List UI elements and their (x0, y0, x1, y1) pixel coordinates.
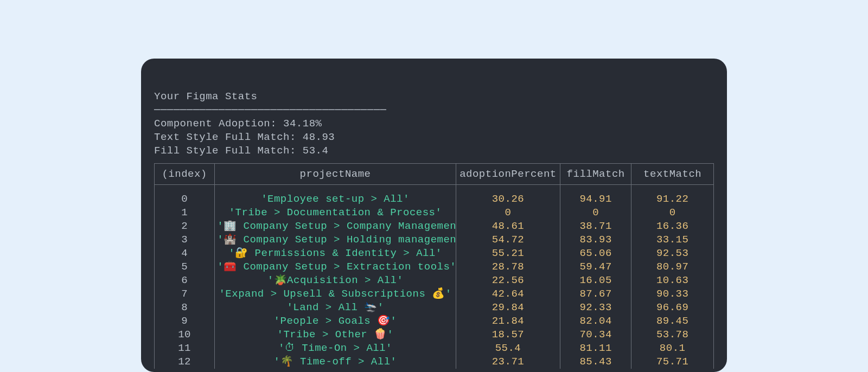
cell-adoption-percent: 48.61 (456, 220, 560, 233)
cell-project-name: '🏰 Company Setup > Holding management' (215, 233, 456, 247)
table-row: 10'Tribe > Other 🍿'18.5770.3453.78 (155, 328, 714, 342)
cell-adoption-percent: 22.56 (456, 274, 560, 287)
cell-project-name: '🪴Acquisition > All' (215, 274, 456, 287)
cell-text-match: 91.22 (631, 185, 714, 207)
divider: ──────────────────────────────────── (154, 104, 714, 117)
stats-table: (index) projectName adoptionPercent fill… (154, 163, 714, 369)
stat-text-style-match: Text Style Full Match: 48.93 (154, 131, 714, 144)
cell-index: 9 (155, 315, 215, 328)
cell-project-name: 'Expand > Upsell & Subscriptions 💰' (215, 287, 456, 301)
cell-project-name: 'Employee set-up > All' (215, 185, 456, 207)
cell-adoption-percent: 21.84 (456, 315, 560, 328)
cell-adoption-percent: 54.72 (456, 233, 560, 247)
table-row: 12'🌴 Time-off > All'23.7185.4375.71 (155, 355, 714, 369)
col-project-name: projectName (215, 164, 456, 185)
col-adoption-percent: adoptionPercent (456, 164, 560, 185)
cell-index: 1 (155, 206, 215, 220)
cell-fill-match: 87.67 (560, 287, 631, 301)
cell-adoption-percent: 55.4 (456, 342, 560, 355)
cell-text-match: 80.97 (631, 260, 714, 274)
cell-text-match: 96.69 (631, 301, 714, 315)
cell-index: 8 (155, 301, 215, 315)
table-row: 9'People > Goals 🎯'21.8482.0489.45 (155, 315, 714, 328)
cell-fill-match: 59.47 (560, 260, 631, 274)
cell-project-name: '🏢 Company Setup > Company Management' (215, 220, 456, 233)
cell-fill-match: 65.06 (560, 247, 631, 260)
cell-adoption-percent: 18.57 (456, 328, 560, 342)
cell-fill-match: 70.34 (560, 328, 631, 342)
cell-text-match: 90.33 (631, 287, 714, 301)
table-row: 11'⏱ Time-On > All'55.481.1180.1 (155, 342, 714, 355)
stats-title: Your Figma Stats (154, 90, 714, 104)
cell-text-match: 10.63 (631, 274, 714, 287)
terminal-window: Your Figma Stats ───────────────────────… (141, 59, 727, 372)
cell-text-match: 75.71 (631, 355, 714, 369)
table-row: 7'Expand > Upsell & Subscriptions 💰'42.6… (155, 287, 714, 301)
table-row: 4'🔐 Permissions & Identity > All'55.2165… (155, 247, 714, 260)
cell-fill-match: 85.43 (560, 355, 631, 369)
cell-fill-match: 94.91 (560, 185, 631, 207)
col-fill-match: fillMatch (560, 164, 631, 185)
cell-adoption-percent: 0 (456, 206, 560, 220)
cell-project-name: 'Tribe > Other 🍿' (215, 328, 456, 342)
cell-text-match: 33.15 (631, 233, 714, 247)
cell-project-name: '🌴 Time-off > All' (215, 355, 456, 369)
table-body: 0'Employee set-up > All'30.2694.9191.221… (155, 185, 714, 369)
cell-project-name: 'Tribe > Documentation & Process' (215, 206, 456, 220)
cell-index: 2 (155, 220, 215, 233)
table-row: 8'Land > All 🛬'29.8492.3396.69 (155, 301, 714, 315)
cell-index: 5 (155, 260, 215, 274)
cell-fill-match: 38.71 (560, 220, 631, 233)
cell-text-match: 0 (631, 206, 714, 220)
cell-fill-match: 83.93 (560, 233, 631, 247)
cell-index: 10 (155, 328, 215, 342)
cell-fill-match: 82.04 (560, 315, 631, 328)
cell-text-match: 16.36 (631, 220, 714, 233)
cell-index: 6 (155, 274, 215, 287)
table-row: 0'Employee set-up > All'30.2694.9191.22 (155, 185, 714, 207)
cell-project-name: '🧰 Company Setup > Extraction tools' (215, 260, 456, 274)
cell-index: 3 (155, 233, 215, 247)
cell-adoption-percent: 42.64 (456, 287, 560, 301)
cell-index: 12 (155, 355, 215, 369)
cell-adoption-percent: 28.78 (456, 260, 560, 274)
cell-text-match: 92.53 (631, 247, 714, 260)
col-text-match: textMatch (631, 164, 714, 185)
cell-project-name: '⏱ Time-On > All' (215, 342, 456, 355)
cell-adoption-percent: 30.26 (456, 185, 560, 207)
cell-index: 4 (155, 247, 215, 260)
table-row: 5'🧰 Company Setup > Extraction tools'28.… (155, 260, 714, 274)
table-header-row: (index) projectName adoptionPercent fill… (155, 164, 714, 185)
cell-project-name: '🔐 Permissions & Identity > All' (215, 247, 456, 260)
cell-fill-match: 16.05 (560, 274, 631, 287)
cell-project-name: 'Land > All 🛬' (215, 301, 456, 315)
col-index: (index) (155, 164, 215, 185)
table-row: 6'🪴Acquisition > All'22.5616.0510.63 (155, 274, 714, 287)
table-row: 3'🏰 Company Setup > Holding management'5… (155, 233, 714, 247)
cell-adoption-percent: 55.21 (456, 247, 560, 260)
cell-index: 11 (155, 342, 215, 355)
table-row: 2'🏢 Company Setup > Company Management'4… (155, 220, 714, 233)
cell-adoption-percent: 23.71 (456, 355, 560, 369)
stat-fill-style-match: Fill Style Full Match: 53.4 (154, 144, 714, 158)
stat-component-adoption: Component Adoption: 34.18% (154, 117, 714, 131)
table-row: 1'Tribe > Documentation & Process'000 (155, 206, 714, 220)
cell-index: 7 (155, 287, 215, 301)
cell-fill-match: 0 (560, 206, 631, 220)
cell-index: 0 (155, 185, 215, 207)
cell-adoption-percent: 29.84 (456, 301, 560, 315)
cell-fill-match: 92.33 (560, 301, 631, 315)
cell-fill-match: 81.11 (560, 342, 631, 355)
cell-text-match: 80.1 (631, 342, 714, 355)
cell-project-name: 'People > Goals 🎯' (215, 315, 456, 328)
cell-text-match: 89.45 (631, 315, 714, 328)
cell-text-match: 53.78 (631, 328, 714, 342)
